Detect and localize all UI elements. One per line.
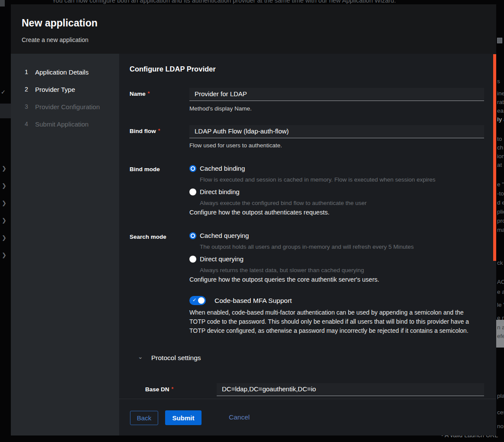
direct-binding-radio-label[interactable]: Direct binding [200,188,240,195]
scrollbar-thumb[interactable] [493,54,496,261]
required-asterisk: * [172,386,174,392]
background-text-fragment: pro [497,218,504,224]
background-text-fragment: d e [497,199,504,206]
chevron-right-icon: ❯ [2,182,7,189]
modal-subtitle: Create a new application [22,36,486,43]
background-text-fragment: AC [497,279,504,285]
chevron-down-icon[interactable]: ⌄ [138,353,143,360]
background-text-fragment: at [497,162,502,168]
chevron-right-icon: ❯ [2,252,7,258]
bind-mode-help: Configure how the outpost authenticates … [189,209,329,216]
background-text-fragment: pla [497,393,504,399]
background-text-fragment: plic [497,208,504,215]
step-label: Submit Application [35,120,88,128]
background-text-fragment: no [497,423,504,429]
background-banner-text: You can now configure both an applicatio… [52,0,451,4]
bind-flow-help: Flow used for users to authenticate. [189,142,282,149]
background-text-fragment: s [497,78,500,84]
chevron-right-icon: ❯ [2,165,7,172]
step-provider-configuration: 3 Provider Configuration [11,98,119,115]
background-text-fragment: ion [497,153,504,159]
chevron-right-icon: ❯ [2,200,7,206]
background-text-fragment: ine [497,90,504,97]
cancel-button[interactable]: Cancel [229,413,250,421]
step-number: 2 [25,86,35,93]
background-text-fragment: ch [497,144,503,151]
background-text-fragment: -to [497,190,504,197]
step-label: Provider Configuration [35,103,100,110]
submit-button[interactable]: Submit [165,410,202,425]
cached-binding-description: Flow is executed and session is cached i… [200,176,436,183]
chevron-right-icon: ❯ [2,217,7,224]
step-submit-application: 4 Submit Application [11,115,119,133]
bind-flow-select[interactable] [189,125,484,138]
search-mode-help: Configure how the outpost queries the co… [189,276,379,283]
required-asterisk: * [158,128,160,134]
background-window-fragment [497,38,502,43]
mfa-support-help: When enabled, code-based multi-factor au… [189,308,475,335]
background-text-fragment: n a [496,323,504,332]
background-text-fragment: ea [497,107,504,114]
background-text-fragment: ma [497,227,504,233]
bind-flow-label: Bind flow* [130,128,160,134]
check-icon: ✓ [192,297,196,303]
background-text-fragment: to [497,136,502,142]
background-text-fragment: rat [497,99,504,105]
check-icon: ✓ [1,89,6,95]
name-input[interactable] [189,88,484,101]
step-label: Provider Type [35,86,75,93]
toggle-knob [198,297,205,304]
modal-title: New application [22,17,486,29]
background-text-fragment: e "c [497,181,504,188]
cached-binding-radio-label[interactable]: Cached binding [200,165,245,172]
background-text-fragment: efe [496,332,504,340]
cached-querying-radio[interactable] [189,232,196,239]
step-application-details[interactable]: 1 Application Details [11,63,119,81]
mfa-support-label: Code-based MFA Support [215,297,292,305]
mfa-support-toggle[interactable]: ✓ [189,296,206,305]
back-button[interactable]: Back [130,411,158,425]
direct-querying-radio[interactable] [189,256,196,263]
background-text-fragment: le ' [497,302,504,308]
step-number: 4 [25,120,35,127]
wizard-content: Configure LDAP Provider Name* Method's d… [119,54,496,399]
step-number: 1 [25,68,35,75]
direct-querying-radio-label[interactable]: Direct querying [200,255,244,263]
background-sidebar-active-item [0,104,11,118]
name-help: Method's display Name. [189,105,252,112]
page-title: Configure LDAP Provider [130,65,216,73]
name-label: Name* [130,91,150,97]
background-text-fragment: e n [497,315,504,321]
protocol-settings-group-title[interactable]: Protocol settings [151,354,201,362]
step-label: Application Details [35,68,88,76]
step-number: 3 [25,103,35,110]
background-text-fragment: ly a [497,116,504,123]
new-application-modal: New application Create a new application… [11,4,496,436]
bind-mode-label: Bind mode [130,166,160,172]
step-provider-type[interactable]: 2 Provider Type [11,81,119,98]
base-dn-input[interactable] [217,383,484,396]
modal-header: New application Create a new application [11,4,496,54]
direct-querying-description: Always returns the latest data, but slow… [200,267,364,273]
background-sidebar-fragment [0,0,5,6]
direct-binding-description: Always execute the configured bind flow … [200,200,367,206]
cached-querying-description: The outpost holds all users and groups i… [200,244,414,250]
background-text-fragment: ck [497,260,503,266]
modal-footer: Back Submit Cancel [119,399,496,436]
cached-querying-radio-label[interactable]: Cached querying [200,232,249,239]
chevron-right-icon: ❯ [2,234,7,241]
cached-binding-radio[interactable] [189,165,196,172]
search-mode-label: Search mode [130,234,166,240]
direct-binding-radio[interactable] [189,188,196,195]
background-text-fragment: ces [497,409,504,416]
wizard-steps-nav: 1 Application Details 2 Provider Type 3 … [11,54,119,436]
background-text-fragment: e a [497,289,504,295]
required-asterisk: * [148,91,150,97]
base-dn-label: Base DN* [145,386,173,393]
